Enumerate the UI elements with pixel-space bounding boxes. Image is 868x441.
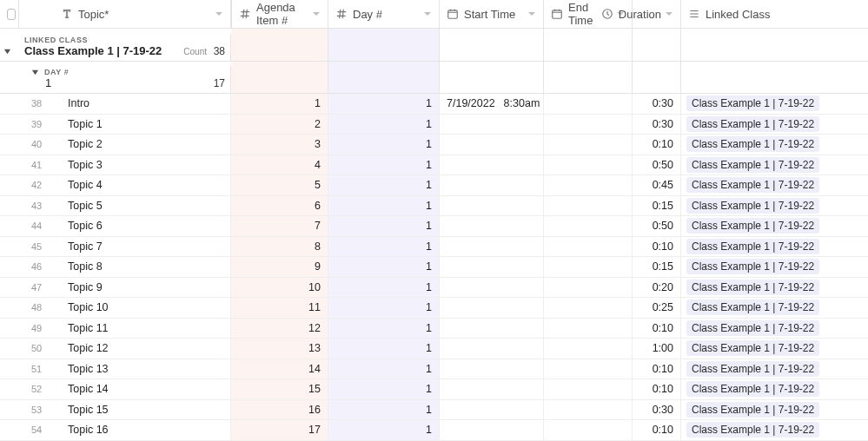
cell-start-time[interactable] — [440, 115, 544, 135]
cell-topic[interactable]: Topic 5 — [54, 196, 231, 216]
cell-duration[interactable]: 0:30 — [633, 115, 681, 135]
cell-end-time[interactable] — [544, 420, 633, 440]
cell-day[interactable]: 1 — [328, 237, 440, 257]
linked-class-chip[interactable]: Class Example 1 | 7-19-22 — [686, 259, 819, 274]
group-row-linked-class[interactable]: LINKED CLASS Class Example 1 | 7-19-22 C… — [0, 29, 868, 62]
cell-start-time[interactable] — [440, 339, 544, 359]
cell-agenda-item[interactable]: 11 — [231, 298, 328, 318]
cell-start-time[interactable]: 7/19/20228:30am — [440, 94, 544, 114]
cell-topic[interactable]: Topic 15 — [54, 400, 231, 420]
table-row[interactable]: 51Topic 131410:10Class Example 1 | 7-19-… — [0, 359, 868, 380]
cell-end-time[interactable] — [544, 359, 633, 379]
cell-duration[interactable]: 0:50 — [633, 216, 681, 236]
cell-end-time[interactable] — [544, 196, 633, 216]
cell-linked-class[interactable]: Class Example 1 | 7-19-22 — [681, 115, 866, 135]
table-row[interactable]: 47Topic 91010:20Class Example 1 | 7-19-2… — [0, 278, 868, 299]
cell-duration[interactable]: 0:10 — [633, 379, 681, 399]
linked-class-chip[interactable]: Class Example 1 | 7-19-22 — [686, 402, 819, 418]
cell-topic[interactable]: Topic 6 — [54, 216, 231, 236]
cell-duration[interactable]: 0:15 — [633, 196, 681, 216]
cell-start-time[interactable] — [440, 257, 544, 277]
select-all-checkbox[interactable] — [0, 0, 19, 28]
cell-start-time[interactable] — [440, 379, 544, 399]
table-row[interactable]: 50Topic 121311:00Class Example 1 | 7-19-… — [0, 339, 868, 359]
cell-duration[interactable]: 0:15 — [633, 257, 681, 277]
cell-start-time[interactable] — [440, 420, 544, 440]
cell-topic[interactable]: Topic 3 — [54, 155, 231, 175]
linked-class-chip[interactable]: Class Example 1 | 7-19-22 — [686, 136, 819, 152]
cell-agenda-item[interactable]: 3 — [231, 135, 328, 155]
cell-topic[interactable]: Topic 4 — [54, 175, 231, 195]
cell-duration[interactable]: 0:30 — [633, 94, 681, 114]
column-header-day[interactable]: Day # — [328, 0, 440, 28]
cell-agenda-item[interactable]: 15 — [231, 379, 328, 399]
cell-day[interactable]: 1 — [328, 216, 440, 236]
cell-agenda-item[interactable]: 14 — [231, 359, 328, 379]
cell-linked-class[interactable]: Class Example 1 | 7-19-22 — [681, 298, 866, 318]
cell-start-time[interactable] — [440, 216, 544, 236]
cell-topic[interactable]: Topic 16 — [54, 420, 231, 440]
cell-topic[interactable]: Topic 1 — [54, 115, 231, 135]
linked-class-chip[interactable]: Class Example 1 | 7-19-22 — [686, 157, 819, 173]
cell-linked-class[interactable]: Class Example 1 | 7-19-22 — [681, 175, 866, 195]
linked-class-chip[interactable]: Class Example 1 | 7-19-22 — [686, 320, 819, 336]
cell-duration[interactable]: 0:25 — [633, 298, 681, 318]
group-row-day[interactable]: DAY # 1 17 — [0, 62, 868, 94]
cell-end-time[interactable] — [544, 400, 633, 420]
cell-agenda-item[interactable]: 13 — [231, 339, 328, 359]
cell-start-time[interactable] — [440, 237, 544, 257]
cell-duration[interactable]: 0:10 — [633, 319, 681, 339]
linked-class-chip[interactable]: Class Example 1 | 7-19-22 — [686, 381, 819, 397]
cell-end-time[interactable] — [544, 237, 633, 257]
cell-end-time[interactable] — [544, 175, 633, 195]
cell-day[interactable]: 1 — [328, 175, 440, 195]
cell-end-time[interactable] — [544, 319, 633, 339]
cell-topic[interactable]: Topic 11 — [54, 319, 231, 339]
cell-linked-class[interactable]: Class Example 1 | 7-19-22 — [681, 237, 866, 257]
cell-agenda-item[interactable]: 4 — [231, 155, 328, 175]
cell-end-time[interactable] — [544, 278, 633, 298]
cell-duration[interactable]: 0:10 — [633, 420, 681, 440]
cell-end-time[interactable] — [544, 379, 633, 399]
linked-class-chip[interactable]: Class Example 1 | 7-19-22 — [686, 218, 819, 234]
table-row[interactable]: 42Topic 4510:45Class Example 1 | 7-19-22 — [0, 175, 868, 196]
table-row[interactable]: 39Topic 1210:30Class Example 1 | 7-19-22 — [0, 115, 868, 135]
linked-class-chip[interactable]: Class Example 1 | 7-19-22 — [686, 340, 819, 356]
cell-duration[interactable]: 0:20 — [633, 278, 681, 298]
cell-topic[interactable]: Topic 2 — [54, 135, 231, 155]
cell-linked-class[interactable]: Class Example 1 | 7-19-22 — [681, 155, 866, 175]
cell-linked-class[interactable]: Class Example 1 | 7-19-22 — [681, 379, 866, 399]
table-row[interactable]: 44Topic 6710:50Class Example 1 | 7-19-22 — [0, 216, 868, 237]
cell-day[interactable]: 1 — [328, 339, 440, 359]
table-row[interactable]: 53Topic 151610:30Class Example 1 | 7-19-… — [0, 400, 868, 421]
cell-start-time[interactable] — [440, 196, 544, 216]
table-row[interactable]: 54Topic 161710:10Class Example 1 | 7-19-… — [0, 420, 868, 441]
cell-day[interactable]: 1 — [328, 278, 440, 298]
table-row[interactable]: 43Topic 5610:15Class Example 1 | 7-19-22 — [0, 196, 868, 217]
column-header-topic[interactable]: Topic* — [54, 0, 231, 28]
cell-agenda-item[interactable]: 10 — [231, 278, 328, 298]
table-row[interactable]: 46Topic 8910:15Class Example 1 | 7-19-22 — [0, 257, 868, 278]
cell-end-time[interactable] — [544, 216, 633, 236]
cell-agenda-item[interactable]: 16 — [231, 400, 328, 420]
cell-day[interactable]: 1 — [328, 196, 440, 216]
cell-agenda-item[interactable]: 9 — [231, 257, 328, 277]
cell-start-time[interactable] — [440, 400, 544, 420]
cell-day[interactable]: 1 — [328, 379, 440, 399]
cell-linked-class[interactable]: Class Example 1 | 7-19-22 — [681, 94, 866, 114]
linked-class-chip[interactable]: Class Example 1 | 7-19-22 — [686, 361, 819, 377]
cell-duration[interactable]: 1:00 — [633, 339, 681, 359]
cell-agenda-item[interactable]: 17 — [231, 420, 328, 440]
cell-agenda-item[interactable]: 12 — [231, 319, 328, 339]
cell-agenda-item[interactable]: 2 — [231, 115, 328, 135]
cell-agenda-item[interactable]: 7 — [231, 216, 328, 236]
cell-linked-class[interactable]: Class Example 1 | 7-19-22 — [681, 359, 866, 379]
linked-class-chip[interactable]: Class Example 1 | 7-19-22 — [686, 177, 819, 193]
cell-agenda-item[interactable]: 6 — [231, 196, 328, 216]
cell-duration[interactable]: 0:10 — [633, 237, 681, 257]
column-header-linked-class[interactable]: Linked Class — [681, 0, 866, 28]
cell-topic[interactable]: Topic 9 — [54, 278, 231, 298]
linked-class-chip[interactable]: Class Example 1 | 7-19-22 — [686, 299, 819, 315]
cell-start-time[interactable] — [440, 298, 544, 318]
cell-duration[interactable]: 0:30 — [633, 400, 681, 420]
